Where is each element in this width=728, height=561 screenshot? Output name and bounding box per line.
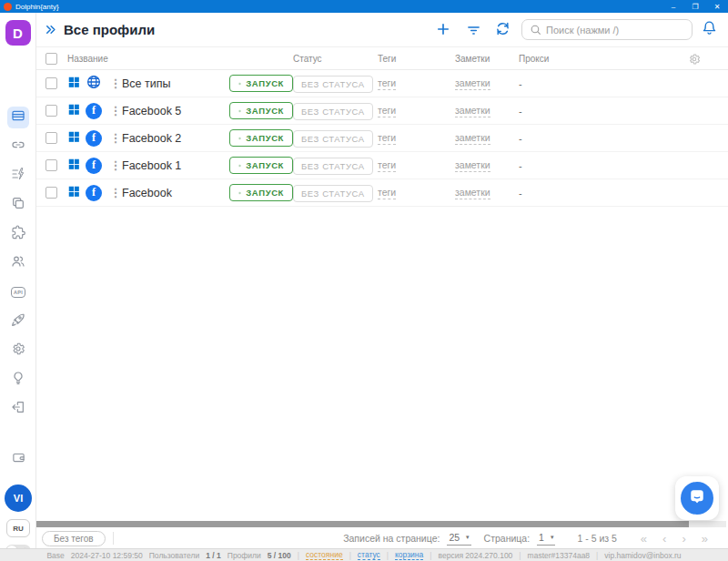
sidebar-item-settings[interactable] [7, 340, 29, 362]
users-count: 1 / 1 [206, 551, 221, 560]
tags-link[interactable]: теги [378, 159, 396, 172]
sidebar-item-rocket[interactable] [7, 311, 29, 332]
horizontal-scrollbar[interactable] [36, 521, 726, 527]
main-area: Все профили [36, 13, 728, 561]
table-settings-button[interactable] [688, 53, 701, 69]
row-menu-button[interactable]: ⋮ [109, 158, 122, 172]
lightbulb-icon [11, 371, 25, 389]
tags-link[interactable]: теги [378, 77, 396, 90]
row-checkbox[interactable] [46, 105, 57, 117]
next-page-button[interactable]: › [682, 532, 685, 546]
filter-button[interactable] [466, 23, 481, 42]
prev-page-button[interactable]: ‹ [662, 532, 666, 546]
tags-link[interactable]: теги [378, 132, 396, 145]
launch-label: ЗАПУСК [246, 188, 284, 198]
sidebar-item-help[interactable] [7, 369, 29, 391]
wallet-icon [12, 451, 25, 468]
select-all-checkbox[interactable] [46, 53, 57, 65]
user-avatar[interactable]: VI [5, 484, 32, 512]
sidebar-item-profiles[interactable] [7, 107, 29, 128]
launch-button[interactable]: ЗАПУСК [229, 184, 293, 201]
play-icon [238, 189, 241, 197]
row-menu-button[interactable]: ⋮ [109, 104, 122, 117]
caret-down-icon: ▾ [466, 534, 470, 541]
sidebar-item-extensions[interactable] [7, 223, 29, 245]
scrollbar-thumb[interactable] [36, 521, 689, 527]
row-checkbox[interactable] [46, 159, 57, 171]
refresh-button[interactable] [495, 21, 511, 40]
subscription-button[interactable] [0, 451, 36, 468]
first-page-button[interactable]: « [641, 532, 647, 546]
row-checkbox[interactable] [46, 77, 57, 89]
tags-link[interactable]: теги [378, 187, 396, 199]
column-header-status: Статус [293, 54, 378, 64]
table-row[interactable]: f ⋮ Facebook 2 ЗАПУСК БЕЗ СТАТУСА теги з… [36, 125, 728, 152]
search-input[interactable] [546, 25, 682, 36]
sidebar-item-bookmarks[interactable] [7, 194, 29, 216]
sidebar-item-logout[interactable] [7, 398, 29, 420]
caret-down-icon: ▾ [551, 534, 554, 541]
notifications-button[interactable] [702, 20, 717, 39]
state-link[interactable]: состояние [306, 550, 343, 560]
windows-icon [67, 130, 86, 147]
proxy-value: - [519, 78, 728, 89]
last-page-button[interactable]: » [702, 532, 708, 546]
chat-widget [675, 476, 719, 520]
launch-button[interactable]: ЗАПУСК [229, 157, 293, 174]
launch-button[interactable]: ЗАПУСК [229, 102, 293, 119]
dolphin-logo: D [5, 20, 31, 46]
minimize-button[interactable]: – [662, 0, 684, 13]
row-checkbox[interactable] [46, 187, 57, 199]
notes-link[interactable]: заметки [455, 132, 490, 145]
sidebar-item-team[interactable] [7, 252, 29, 274]
play-icon [238, 107, 241, 115]
column-header-tags: Теги [378, 54, 455, 64]
api-icon: API [11, 287, 25, 298]
table-row[interactable]: ⋮ Все типы ЗАПУСК БЕЗ СТАТУСА теги замет… [36, 70, 728, 97]
status-badge[interactable]: БЕЗ СТАТУСА [293, 76, 373, 93]
language-button[interactable]: RU [6, 519, 30, 537]
notes-link[interactable]: заметки [455, 187, 490, 199]
sidebar-item-api[interactable]: API [7, 281, 29, 303]
notes-link[interactable]: заметки [455, 159, 490, 172]
rows-per-page-value: 25 [449, 532, 460, 543]
table-row[interactable]: f ⋮ Facebook ЗАПУСК БЕЗ СТАТУСА теги зам… [36, 179, 728, 207]
restore-button[interactable]: ❐ [684, 0, 706, 13]
support-chat-button[interactable] [681, 482, 713, 515]
base-label: Base [46, 551, 64, 560]
separator: | [596, 551, 598, 560]
table-row[interactable]: f ⋮ Facebook 5 ЗАПУСК БЕЗ СТАТУСА теги з… [36, 97, 728, 125]
profile-name: Facebook 2 [122, 132, 229, 145]
sidebar-item-proxy[interactable] [7, 136, 29, 158]
status-badge[interactable]: БЕЗ СТАТУСА [293, 103, 373, 120]
notes-link[interactable]: заметки [455, 105, 490, 117]
page-select[interactable]: 1 ▾ [537, 532, 555, 546]
row-menu-button[interactable]: ⋮ [109, 186, 122, 199]
status-badge[interactable]: БЕЗ СТАТУСА [293, 130, 373, 148]
notes-link[interactable]: заметки [455, 77, 490, 90]
proxy-value: - [519, 160, 728, 171]
app-window: Dolphin{anty} – ❐ ✕ D [0, 0, 728, 561]
add-profile-button[interactable] [435, 21, 451, 41]
sidebar: D [0, 13, 36, 561]
trash-link[interactable]: корзина [395, 550, 423, 560]
expand-sidebar-button[interactable] [44, 23, 57, 40]
launch-button[interactable]: ЗАПУСК [229, 75, 293, 92]
rows-per-page-select[interactable]: 25 ▾ [447, 532, 470, 546]
status-link[interactable]: статус [358, 550, 380, 560]
row-menu-button[interactable]: ⋮ [109, 131, 122, 145]
status-badge[interactable]: БЕЗ СТАТУСА [293, 158, 373, 175]
status-badge[interactable]: БЕЗ СТАТУСА [293, 185, 373, 202]
close-button[interactable]: ✕ [706, 0, 728, 13]
launch-button[interactable]: ЗАПУСК [229, 129, 293, 147]
row-checkbox[interactable] [46, 132, 57, 144]
windows-icon [67, 103, 86, 119]
play-icon [238, 80, 241, 87]
sidebar-nav: API [0, 107, 36, 420]
sidebar-item-automation[interactable] [7, 165, 29, 187]
tags-link[interactable]: теги [378, 105, 396, 117]
table-row[interactable]: f ⋮ Facebook 1 ЗАПУСК БЕЗ СТАТУСА теги з… [36, 152, 728, 179]
no-tags-filter-button[interactable]: Без тегов [42, 531, 106, 546]
row-menu-button[interactable]: ⋮ [109, 76, 122, 90]
profile-name: Facebook 1 [122, 159, 229, 172]
